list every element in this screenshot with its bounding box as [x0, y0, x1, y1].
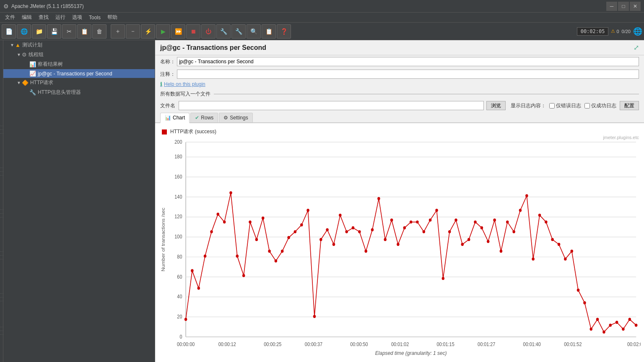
toolbar-stop[interactable]: ⏹	[186, 24, 200, 39]
toolbar-delete[interactable]: 🗑	[92, 24, 106, 39]
chart-data-point	[184, 318, 187, 321]
svg-text:0: 0	[179, 334, 182, 339]
toolbar-clear[interactable]: 📋	[262, 24, 276, 39]
browse-button[interactable]: 浏览	[486, 101, 506, 110]
toolbar-remote-exit[interactable]: 🔍	[247, 24, 261, 39]
menu-file[interactable]: 文件	[2, 13, 18, 22]
timer-display: 00:02:05	[577, 27, 609, 36]
chart-data-point	[377, 197, 380, 200]
chart-data-point	[300, 223, 303, 226]
chart-data-point	[313, 315, 316, 318]
config-button[interactable]: 配置	[620, 101, 639, 110]
tree-item-http-request[interactable]: ▼ 🔶 HTTP请求	[3, 78, 155, 88]
chart-data-point	[454, 218, 457, 221]
rows-tab-icon: ✔	[195, 115, 199, 121]
chart-data-point	[223, 220, 226, 223]
chart-watermark: jmeter.plugins.etc	[603, 135, 639, 140]
menu-run[interactable]: 运行	[52, 13, 69, 22]
tab-rows[interactable]: ✔ Rows	[190, 113, 218, 122]
comment-input[interactable]	[177, 70, 639, 79]
tree-item-view-results[interactable]: 📊 察看结果树	[3, 59, 155, 69]
chart-data-point	[564, 257, 567, 260]
toolbar-help[interactable]: ❓	[277, 24, 291, 39]
menu-options[interactable]: 选项	[69, 13, 86, 22]
file-input[interactable]	[179, 101, 484, 110]
tree-item-http-headers[interactable]: 🔧 HTTP信息头管理器	[3, 88, 155, 97]
chart-data-point	[210, 230, 213, 233]
toolbar-copy[interactable]: 📋	[77, 24, 91, 39]
chart-data-point	[512, 230, 515, 233]
chart-data-point	[480, 226, 483, 229]
chart-data-point	[615, 321, 618, 324]
run-count: 0/20	[622, 29, 631, 34]
svg-text:00:01:02: 00:01:02	[391, 342, 409, 347]
help-link[interactable]: ℹ Help on this plugin	[155, 80, 644, 88]
chart-data-point	[229, 191, 232, 194]
close-button[interactable]: ✕	[630, 2, 641, 11]
plugin-header: jp@gc - Transactions per Second ⤢	[155, 40, 644, 55]
svg-text:140: 140	[174, 194, 182, 199]
toolbar-cut[interactable]: ✂	[62, 24, 76, 39]
chart-data-point	[602, 331, 605, 334]
chart-data-point	[461, 243, 464, 246]
error-log-checkbox[interactable]: 仅错误日志	[549, 102, 581, 109]
chart-data-point	[255, 238, 258, 241]
tree-item-thread-group[interactable]: ▼ ⚙ 线程组	[3, 50, 155, 59]
svg-text:00:02:05: 00:02:05	[627, 342, 641, 347]
chart-data-point	[558, 243, 561, 246]
expand-icon[interactable]: ⤢	[634, 44, 639, 52]
chart-data-point	[435, 209, 438, 212]
chart-data-point	[364, 250, 367, 253]
chart-data-point	[487, 240, 490, 243]
info-icon: ℹ	[160, 81, 162, 87]
toolbar-open[interactable]: 📁	[32, 24, 46, 39]
chart-data-point	[217, 213, 220, 216]
chart-data-point	[352, 226, 355, 229]
svg-text:00:00:25: 00:00:25	[264, 342, 281, 347]
svg-text:00:00:00: 00:00:00	[177, 342, 195, 347]
globe-icon[interactable]: 🌐	[633, 27, 642, 36]
name-row: 名称：	[155, 55, 644, 68]
maximize-button[interactable]: □	[618, 2, 629, 11]
chart-data-point	[577, 289, 580, 292]
chart-tab-icon: 📊	[165, 115, 171, 121]
toolbar-add[interactable]: ＋	[111, 24, 125, 39]
legend-color	[162, 129, 167, 134]
chart-data-point	[410, 220, 413, 223]
success-log-checkbox[interactable]: 仅成功日志	[584, 102, 616, 109]
menu-tools[interactable]: Tools	[86, 14, 104, 21]
menu-bar: 文件 编辑 查找 运行 选项 Tools 帮助	[0, 13, 644, 23]
chart-data-point	[474, 220, 477, 223]
name-input[interactable]	[177, 57, 639, 66]
comment-row: 注释：	[155, 68, 644, 80]
toolbar-start-no-pause[interactable]: ⏩	[171, 24, 185, 39]
menu-help[interactable]: 帮助	[104, 13, 121, 22]
file-label: 文件名	[160, 102, 175, 109]
menu-find[interactable]: 查找	[35, 13, 52, 22]
svg-text:Number of transactions /sec: Number of transactions /sec	[161, 207, 166, 271]
toolbar-shutdown[interactable]: ⏻	[201, 24, 216, 39]
toolbar-remove[interactable]: －	[126, 24, 140, 39]
toolbar-templates[interactable]: 🌐	[17, 24, 31, 39]
chart-data-point	[500, 250, 503, 253]
right-panel: jp@gc - Transactions per Second ⤢ 名称： 注释…	[155, 40, 644, 362]
toolbar-save[interactable]: 💾	[47, 24, 61, 39]
chart-area: HTTP请求 (success) jmeter.plugins.etc	[155, 123, 644, 362]
svg-text:180: 180	[174, 154, 182, 160]
chart-data-point	[589, 328, 592, 331]
chart-svg-container: 0 20 40 60 80 100 120 140 160 180 200 Nu…	[158, 137, 641, 357]
toolbar-toggle[interactable]: ⚡	[141, 24, 155, 39]
minimize-button[interactable]: ─	[606, 2, 617, 11]
tree-item-test-plan[interactable]: ▼ ▲ 测试计划	[3, 40, 155, 50]
toolbar-remote-stop[interactable]: 🔧	[231, 24, 246, 39]
tree-item-tps[interactable]: 📈 jp@gc - Transactions per Second	[3, 69, 155, 78]
chart-data-point	[423, 230, 426, 233]
toolbar-start[interactable]: ▶	[156, 24, 170, 39]
tab-settings[interactable]: ⚙ Settings	[219, 113, 252, 122]
tab-chart[interactable]: 📊 Chart	[160, 113, 190, 123]
toolbar-new[interactable]: 📄	[2, 24, 16, 39]
menu-edit[interactable]: 编辑	[18, 13, 35, 22]
svg-text:00:01:52: 00:01:52	[564, 342, 582, 347]
svg-text:20: 20	[177, 314, 182, 319]
toolbar-remote-start[interactable]: 🔧	[216, 24, 231, 39]
